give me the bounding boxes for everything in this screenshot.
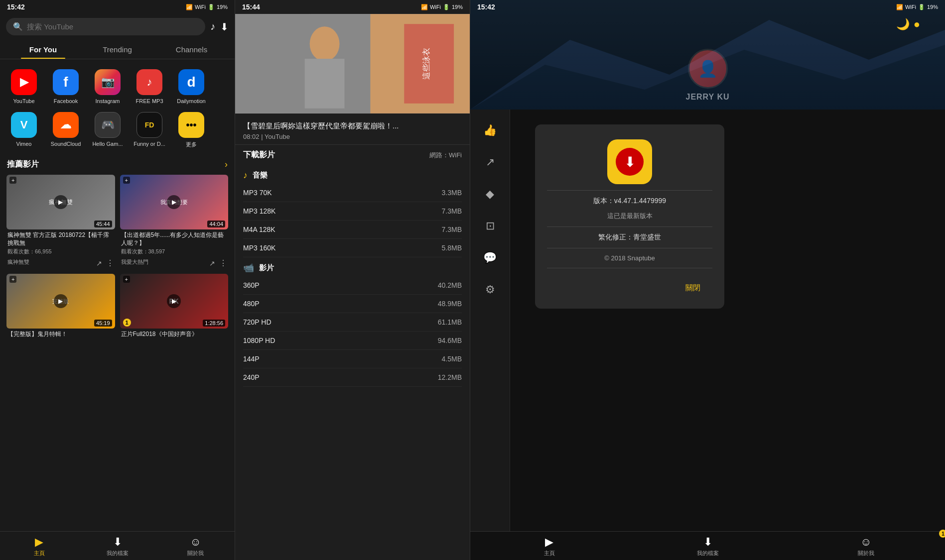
format-360p[interactable]: 360P 40.2MB [243,276,462,295]
source-funnyor[interactable]: FD Funny or D... [130,109,169,151]
video-actions-1: ↗ ⋮ [96,258,114,268]
format-480p[interactable]: 480P 48.9MB [243,295,462,313]
source-icon-mp3: ♪ [136,69,162,95]
format-size-mp3-128k: 7.3MB [442,207,462,215]
source-dailymotion[interactable]: d Dailymotion [171,66,211,107]
format-name-360p: 360P [243,281,260,289]
play-button-3[interactable]: ▶ [54,294,68,308]
video-thumb-1: 瘋神無雙 ▶ + 45:44 [6,175,115,229]
play-button-1[interactable]: ▶ [54,195,68,209]
nav-myfiles-right[interactable]: ⬇ 我的檔案 [629,532,787,560]
video-meta-4: 正片Full2018《中国好声音》 [120,329,229,338]
more-icon-2[interactable]: ⋮ [219,258,227,268]
close-button[interactable]: 關閉 [674,279,712,297]
share-icon-2[interactable]: ↗ [209,259,215,267]
add-btn-2[interactable]: + [123,177,130,184]
source-hellogame[interactable]: 🎮 Hello Gam... [88,109,128,151]
tab-channels[interactable]: Channels [154,39,229,59]
sidebar-comment[interactable]: 💬 [479,247,501,269]
battery-percent: 19% [217,4,228,10]
svg-rect-5 [305,59,345,109]
version-text: 版本：v4.47.1.4479999 [593,197,666,206]
download-icon-btn[interactable]: ⬇ [220,21,229,33]
source-label-vimeo: Vimeo [16,141,32,147]
source-youtube[interactable]: ▶ YouTube [4,66,44,107]
video-title-4: 正片Full2018《中国好声音》 [121,331,228,338]
nav-about-right[interactable]: ☺ 關於我 1 [787,532,945,560]
source-grid: ▶ YouTube f Facebook 📷 Instagram ♪ FREE … [0,59,235,154]
share-icon-1[interactable]: ↗ [96,259,102,267]
source-facebook[interactable]: f Facebook [46,66,86,107]
search-input-wrap[interactable]: 🔍 [6,18,205,35]
play-button-4[interactable]: ▶ [167,294,181,308]
bottom-nav-left: ▶ 主頁 ⬇ 我的檔案 ☺ 關於我 [0,531,235,560]
format-144p[interactable]: 144P 4.5MB [243,350,462,368]
wifi-icon-r: WiFi [905,4,916,10]
source-more[interactable]: ••• 更多 [171,109,211,151]
tab-trending[interactable]: Trending [80,39,154,59]
video-card-3[interactable]: 完整版 ▶ + 45:19 【完整版】鬼月特輯！ [4,272,118,342]
sidebar-subtitle[interactable]: ⊡ [479,215,501,237]
status-icons-left: 📶 WiFi 🔋 19% [186,4,228,10]
format-mp3-128k[interactable]: MP3 128K 7.3MB [243,202,462,221]
time-middle: 15:44 [242,3,260,11]
battery-icon-r: 🔋 [918,4,925,10]
sidebar-share[interactable]: ↗ [479,151,501,173]
video-meta-2: 【出道都過5年......有多少人知道你是藝人呢？】 觀看次數：38,597 我… [120,229,229,268]
source-soundcloud[interactable]: ☁ SoundCloud [46,109,86,151]
duration-2: 44:04 [207,221,225,227]
add-btn-3[interactable]: + [9,276,16,283]
format-240p[interactable]: 240P 12.2MB [243,368,462,387]
sidebar-settings[interactable]: ⚙ [479,279,501,301]
format-1080p[interactable]: 1080P HD 94.6MB [243,332,462,350]
video-title-1: 瘋神無雙 官方正版 20180722【楊千霈挑戰無 [7,231,114,247]
format-mp3-160k[interactable]: MP3 160K 5.8MB [243,239,462,257]
video-card-1[interactable]: 瘋神無雙 ▶ + 45:44 瘋神無雙 官方正版 20180722【楊千霈挑戰無… [4,173,118,272]
add-btn-1[interactable]: + [9,177,16,184]
more-icon-1[interactable]: ⋮ [106,258,114,268]
format-size-1080p: 94.6MB [438,336,462,344]
nav-home-left[interactable]: ▶ 主頁 [0,532,78,560]
audio-section-header: ♪ 音樂 [243,165,462,184]
sidebar-like[interactable]: 👍 [479,119,501,141]
nav-about-left[interactable]: ☺ 關於我 [156,532,235,560]
format-name-mp3-70k: MP3 70K [243,189,272,197]
format-size-480p: 48.9MB [438,300,462,308]
sidebar-diamond[interactable]: ◆ [479,183,501,205]
source-vimeo[interactable]: V Vimeo [4,109,44,151]
source-label-mp3: FREE MP3 [135,98,163,104]
music-icon-btn[interactable]: ♪ [210,21,215,32]
recommended-arrow[interactable]: › [225,159,228,170]
search-input[interactable] [27,22,198,31]
nav-home-right[interactable]: ▶ 主頁 [470,532,629,560]
about-icon-left: ☺ [190,536,201,549]
source-free-mp3[interactable]: ♪ FREE MP3 [130,66,169,107]
play-button-2[interactable]: ▶ [167,195,181,209]
network-label: 網路：WiFi [429,151,462,160]
nav-myfiles-left[interactable]: ⬇ 我的檔案 [78,532,156,560]
source-icon-instagram: 📷 [95,69,121,95]
format-720p[interactable]: 720P HD 61.1MB [243,313,462,332]
source-label-instagram: Instagram [96,98,120,104]
video-card-2[interactable]: 我真的想要 ▶ + 44:04 【出道都過5年......有多少人知道你是藝人呢… [118,173,231,272]
sun-icon[interactable]: ● [914,18,920,31]
video-download-title: 【雪碧皇后啊妳這樣穿歷代皇帝都要駕崩啦！... [243,120,462,131]
video-card-4[interactable]: PK ▶ + 1:28:56 1 正片Full2018《中国好声音》 [118,272,231,342]
signal-icon-m: 📶 [421,4,428,10]
format-name-mp3-160k: MP3 160K [243,244,275,252]
audio-section-title: 音樂 [253,171,268,180]
svg-point-4 [310,26,340,61]
home-icon-right: ▶ [545,536,553,549]
format-mp3-70k[interactable]: MP3 70K 3.3MB [243,184,462,202]
source-icon-funnyor: FD [136,112,162,138]
audio-section: ♪ 音樂 MP3 70K 3.3MB MP3 128K 7.3MB M4A 12… [235,165,470,257]
source-instagram[interactable]: 📷 Instagram [88,66,128,107]
format-size-mp3-160k: 5.8MB [442,244,462,252]
format-size-m4a-128k: 7.3MB [442,225,462,233]
tab-for-you[interactable]: For You [6,39,80,59]
moon-icon[interactable]: 🌙 [896,18,910,31]
add-btn-4[interactable]: + [123,276,130,283]
format-m4a-128k[interactable]: M4A 128K 7.3MB [243,221,462,239]
recommended-header: 推薦影片 › [0,154,235,173]
format-name-1080p: 1080P HD [243,336,275,344]
